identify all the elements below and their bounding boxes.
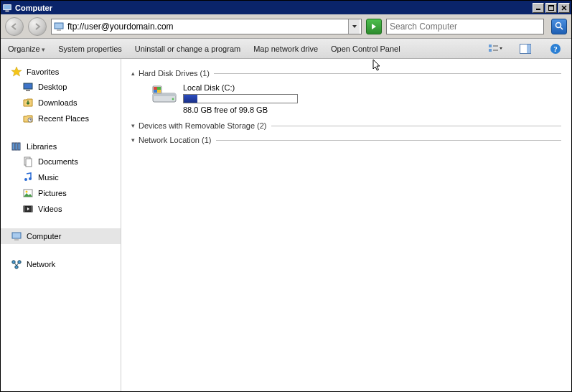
address-bar[interactable] [51, 19, 362, 34]
downloads-icon [22, 97, 34, 108]
sidebar-item-label: Network [27, 260, 55, 269]
search-button[interactable] [551, 19, 567, 34]
svg-line-42 [17, 263, 19, 266]
svg-rect-8 [57, 29, 61, 31]
search-box[interactable] [386, 19, 544, 34]
organize-menu[interactable]: Organize [8, 45, 45, 53]
svg-rect-36 [12, 233, 21, 238]
svg-rect-11 [489, 45, 492, 47]
divider [271, 126, 561, 126]
sidebar-item-desktop[interactable]: Desktop [1, 79, 121, 95]
help-button[interactable]: ? [547, 42, 564, 56]
svg-rect-35 [31, 206, 32, 212]
computer-icon [2, 3, 12, 13]
sidebar-item-computer[interactable]: Computer [1, 228, 121, 244]
documents-icon [22, 156, 34, 167]
svg-rect-34 [24, 206, 25, 212]
svg-line-10 [561, 27, 563, 29]
svg-point-30 [29, 177, 32, 180]
svg-point-29 [24, 178, 27, 181]
svg-point-40 [15, 266, 18, 269]
titlebar: Computer [1, 1, 571, 14]
navigation-pane: Favorites Desktop Downloads Recent Place… [1, 59, 121, 391]
sidebar-item-music[interactable]: Music [1, 169, 121, 185]
search-input[interactable] [390, 22, 540, 32]
drive-free-text: 88.0 GB free of 99.8 GB [183, 106, 298, 114]
svg-rect-16 [527, 45, 531, 53]
favorites-group[interactable]: Favorites [1, 63, 121, 79]
svg-rect-48 [157, 87, 161, 90]
drive-name: Local Disk (C:) [183, 83, 298, 92]
svg-rect-25 [15, 143, 17, 150]
section-network-location[interactable]: ▾ Network Location (1) [131, 136, 561, 144]
sidebar-item-label: Documents [38, 157, 78, 166]
svg-rect-49 [154, 90, 157, 93]
svg-rect-37 [14, 239, 19, 241]
sidebar-item-label: Desktop [38, 83, 67, 91]
svg-text:?: ? [553, 45, 558, 53]
favorites-label: Favorites [27, 67, 59, 76]
section-label: Hard Disk Drives (1) [139, 69, 210, 78]
svg-rect-7 [55, 23, 63, 29]
pictures-icon [22, 187, 34, 199]
open-control-panel-button[interactable]: Open Control Panel [331, 45, 400, 53]
svg-line-41 [14, 263, 17, 266]
uninstall-program-button[interactable]: Uninstall or change a program [135, 45, 240, 53]
desktop-icon [22, 81, 34, 93]
sidebar-item-pictures[interactable]: Pictures [1, 185, 121, 201]
address-dropdown[interactable] [348, 19, 360, 34]
sidebar-item-recent-places[interactable]: Recent Places [1, 111, 121, 126]
svg-rect-1 [5, 10, 9, 11]
libraries-label: Libraries [27, 142, 57, 151]
section-hard-disk-drives[interactable]: ▴ Hard Disk Drives (1) [131, 69, 561, 78]
music-icon [22, 172, 34, 183]
svg-rect-28 [26, 159, 32, 167]
preview-pane-button[interactable] [517, 42, 534, 56]
nav-toolbar [1, 14, 571, 39]
sidebar-item-label: Recent Places [38, 114, 89, 123]
recent-places-icon [22, 113, 34, 124]
sidebar-item-label: Music [38, 173, 59, 182]
hard-drive-icon [150, 83, 176, 105]
drive-usage-fill [184, 95, 197, 103]
svg-rect-24 [12, 143, 14, 150]
computer-icon [11, 230, 22, 242]
drive-item-local-disk-c[interactable]: Local Disk (C:) 88.0 GB free of 99.8 GB [150, 83, 561, 114]
expand-icon: ▾ [131, 136, 139, 144]
drive-usage-bar [183, 94, 298, 103]
sidebar-item-videos[interactable]: Videos [1, 201, 121, 217]
svg-rect-0 [4, 4, 11, 9]
sidebar-item-label: Pictures [38, 189, 67, 197]
sidebar-item-downloads[interactable]: Downloads [1, 95, 121, 111]
back-button[interactable] [5, 17, 24, 36]
sidebar-item-documents[interactable]: Documents [1, 154, 121, 169]
address-input[interactable] [67, 22, 348, 32]
minimize-button[interactable] [533, 3, 544, 13]
network-icon [11, 258, 22, 270]
close-button[interactable] [558, 3, 570, 13]
expand-icon: ▾ [131, 122, 139, 129]
command-bar: Organize System properties Uninstall or … [1, 39, 571, 59]
libraries-icon [11, 141, 22, 152]
map-network-drive-button[interactable]: Map network drive [253, 45, 318, 53]
divider [214, 73, 561, 74]
svg-rect-26 [18, 143, 20, 150]
system-properties-button[interactable]: System properties [58, 45, 122, 53]
change-view-button[interactable] [487, 42, 504, 56]
svg-rect-47 [154, 87, 157, 90]
go-button[interactable] [366, 19, 382, 34]
svg-rect-20 [26, 90, 30, 91]
videos-icon [22, 203, 34, 215]
sidebar-item-network[interactable]: Network [1, 256, 121, 271]
star-icon [11, 66, 22, 78]
svg-rect-50 [157, 90, 161, 93]
libraries-group[interactable]: Libraries [1, 138, 121, 154]
content-pane: ▴ Hard Disk Drives (1) [121, 59, 571, 391]
section-removable-storage[interactable]: ▾ Devices with Removable Storage (2) [131, 121, 561, 130]
sidebar-item-label: Computer [27, 232, 61, 241]
svg-rect-12 [489, 49, 492, 52]
svg-point-9 [555, 23, 561, 28]
drive-info: Local Disk (C:) 88.0 GB free of 99.8 GB [183, 83, 298, 114]
maximize-button[interactable] [545, 3, 557, 13]
forward-button[interactable] [28, 17, 47, 36]
